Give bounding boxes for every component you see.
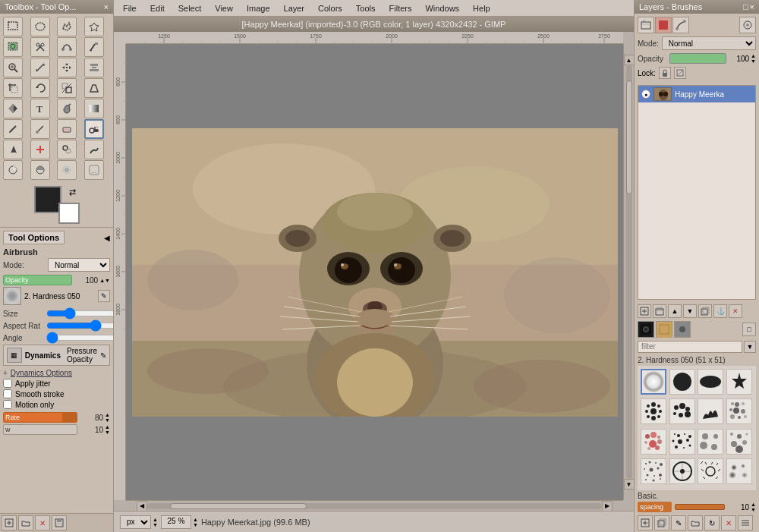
scroll-thumb-v[interactable] — [626, 80, 632, 194]
brushes-config-btn[interactable] — [739, 17, 756, 33]
tool-move[interactable] — [57, 58, 77, 77]
scroll-track-h[interactable] — [147, 503, 602, 509]
tool-perspective[interactable] — [84, 78, 104, 98]
channels-tab-btn[interactable] — [655, 17, 672, 33]
tool-measure[interactable] — [30, 58, 50, 77]
brush-patterns-tab[interactable] — [638, 321, 654, 338]
dynamics-options-link[interactable]: Dynamics Options — [11, 369, 72, 377]
tool-dodge[interactable] — [3, 160, 23, 180]
tool-zoom[interactable] — [3, 58, 23, 77]
duplicate-layer-btn[interactable] — [698, 304, 712, 318]
tool-options-collapse[interactable]: ◀ — [104, 234, 110, 242]
open-image-btn[interactable] — [18, 515, 33, 530]
brush-view-btn[interactable] — [738, 515, 753, 530]
tool-ink[interactable] — [3, 140, 23, 159]
menu-file[interactable]: File — [117, 2, 143, 14]
brush-edit-btn[interactable]: ✎ — [98, 290, 110, 302]
brushes-config-expand-btn[interactable]: □ — [742, 323, 756, 336]
mode-select[interactable]: Normal Dissolve Multiply Screen — [48, 258, 110, 272]
layer-opacity-slider[interactable] — [669, 53, 726, 64]
spacing-slider[interactable] — [675, 504, 725, 510]
brush-cell-4[interactable] — [726, 369, 752, 395]
anchor-layer-btn[interactable]: ⚓ — [713, 304, 727, 318]
apply-jitter-checkbox[interactable] — [3, 379, 12, 388]
tool-bucket[interactable] — [57, 99, 77, 118]
brush-refresh-btn[interactable]: ↻ — [704, 515, 720, 530]
layer-up-btn[interactable]: ▲ — [668, 304, 682, 318]
tool-crop[interactable] — [3, 78, 23, 98]
tool-blend[interactable] — [84, 99, 104, 118]
menu-layer[interactable]: Layer — [278, 2, 311, 14]
layers-panel-close[interactable]: × — [750, 2, 754, 11]
canvas-viewport[interactable] — [126, 44, 623, 500]
menu-edit[interactable]: Edit — [144, 2, 171, 14]
aspect-slider[interactable] — [46, 321, 113, 330]
tool-heal[interactable] — [30, 140, 50, 159]
brush-cell-9[interactable] — [641, 429, 666, 455]
brush-filter-dropdown[interactable]: ▼ — [744, 341, 756, 353]
angle-slider[interactable] — [46, 333, 113, 342]
tool-paths[interactable] — [57, 37, 77, 57]
brush-filter-input[interactable] — [638, 341, 742, 353]
brush-new-btn[interactable] — [638, 515, 653, 530]
menu-image[interactable]: Image — [241, 2, 276, 14]
brush-duplicate-btn[interactable] — [654, 515, 669, 530]
brush-cell-15[interactable] — [698, 458, 723, 484]
tool-extra[interactable]: ... — [84, 160, 104, 180]
brush-gradients-tab[interactable] — [674, 321, 691, 338]
brush-delete-btn[interactable]: ✕ — [721, 515, 736, 530]
tool-text[interactable]: T — [30, 99, 50, 118]
opacity-arrows[interactable]: ▲▼ — [99, 278, 110, 283]
tool-pencil[interactable] — [3, 119, 23, 139]
brush-edit-action-btn[interactable]: ✎ — [671, 515, 686, 530]
tool-paintbrush[interactable] — [30, 119, 50, 139]
brush-cell-7[interactable] — [698, 398, 723, 424]
tool-rect-select[interactable] — [3, 17, 23, 36]
scroll-down-btn[interactable]: ▼ — [624, 479, 635, 490]
layer-item[interactable]: ● Happy Meerka — [638, 86, 755, 102]
tool-rotate[interactable] — [30, 78, 50, 98]
tool-desaturate[interactable] — [30, 160, 50, 180]
menu-view[interactable]: View — [209, 2, 239, 14]
zoom-value-arrows[interactable]: ▲▼ — [193, 517, 198, 527]
tool-ellipse-select[interactable] — [30, 17, 50, 36]
vertical-scrollbar[interactable]: ▲ ▼ — [623, 44, 634, 500]
scroll-track-v[interactable] — [626, 65, 632, 479]
tool-blur[interactable] — [57, 160, 77, 180]
tool-fuzzy-select[interactable] — [84, 17, 104, 36]
layers-tab-btn[interactable] — [638, 17, 654, 33]
background-color[interactable] — [58, 203, 80, 224]
zoom-unit-arrows[interactable]: ▲▼ — [153, 517, 158, 527]
brush-cell-5[interactable] — [641, 398, 666, 424]
delete-layer-btn[interactable]: ✕ — [729, 304, 742, 318]
tool-select-by-color[interactable] — [3, 37, 23, 57]
brush-brushes-tab[interactable] — [656, 321, 672, 338]
spacing-arrows[interactable]: ▲▼ — [751, 502, 756, 512]
size-slider[interactable] — [46, 309, 113, 318]
menu-tools[interactable]: Tools — [350, 2, 382, 14]
scroll-thumb-h[interactable] — [170, 503, 307, 509]
smooth-stroke-checkbox[interactable] — [3, 389, 12, 398]
layer-opacity-arrows[interactable]: ▲▼ — [751, 53, 756, 64]
delete-btn[interactable]: ✕ — [35, 515, 50, 530]
menu-colors[interactable]: Colors — [312, 2, 348, 14]
tool-color-picker[interactable] — [84, 37, 104, 57]
scroll-up-btn[interactable]: ▲ — [624, 55, 635, 65]
brush-folder-btn[interactable] — [688, 515, 703, 530]
scroll-left-btn[interactable]: ◀ — [137, 501, 147, 512]
paths-tab-btn[interactable] — [672, 17, 689, 33]
zoom-unit-select[interactable]: px % — [120, 515, 151, 529]
new-layer-btn[interactable] — [638, 304, 651, 318]
toolbox-close-btn[interactable]: × — [104, 2, 109, 11]
layer-mode-select[interactable]: Normal Multiply Screen Overlay — [662, 36, 756, 50]
brush-cell-1[interactable] — [641, 369, 666, 395]
brush-cell-2[interactable] — [669, 369, 695, 395]
tool-smudge[interactable] — [84, 140, 104, 159]
color-swap-btn[interactable]: ⇄ — [69, 187, 76, 197]
menu-help[interactable]: Help — [467, 2, 496, 14]
layer-down-btn[interactable]: ▼ — [683, 304, 697, 318]
brush-cell-13[interactable] — [641, 458, 666, 484]
lock-pixels-btn[interactable] — [659, 67, 671, 79]
horizontal-scrollbar[interactable]: ◀ ▶ — [126, 500, 623, 511]
dynamics-edit-btn[interactable]: ✎ — [100, 351, 106, 360]
